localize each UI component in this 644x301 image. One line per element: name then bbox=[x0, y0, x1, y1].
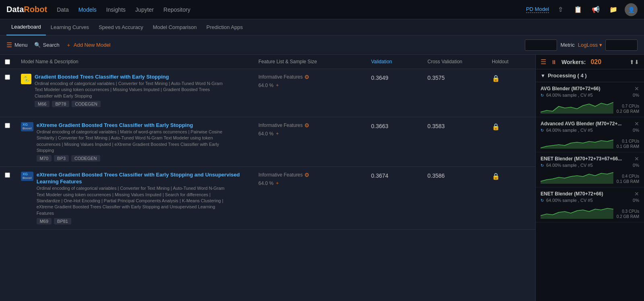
worker-card-4: ENET Blender (M70+72+66) ✕ ↻ 64.00% samp… bbox=[536, 187, 644, 222]
processing-header[interactable]: ▼ Processing ( 4 ) bbox=[536, 69, 644, 82]
row-checkbox-2[interactable] bbox=[0, 122, 16, 128]
worker-stats-3: 0.4 CPUs 0.1 GB RAM bbox=[617, 174, 639, 184]
svg-marker-3 bbox=[541, 208, 613, 219]
validation-score-2: 0.3663 bbox=[366, 122, 423, 129]
metric-filter-box[interactable] bbox=[605, 39, 638, 51]
lock-icon-3: 🔒 bbox=[492, 172, 500, 180]
model-desc-2: Ordinal encoding of categorical variable… bbox=[37, 129, 230, 154]
nav-jupyter[interactable]: Jupyter bbox=[135, 6, 154, 13]
worker-meta-1: ↻ 64.00% sample , CV #5 0% bbox=[541, 93, 639, 98]
validation-score-1: 0.3649 bbox=[366, 74, 423, 81]
nav-right: PD Model ⇧ 📋 📢 📁 👤 bbox=[526, 3, 638, 16]
filter-icon-3[interactable]: ⚙ bbox=[304, 172, 310, 178]
workers-count: 020 bbox=[590, 58, 601, 66]
pd-model-button[interactable]: PD Model bbox=[526, 6, 549, 13]
worker-meta-4: ↻ 64.00% sample , CV #5 0% bbox=[541, 198, 639, 203]
table-row[interactable]: XG Boost eXtreme Gradient Boosted Trees … bbox=[0, 117, 535, 167]
subnav-leaderboard[interactable]: Leaderboard bbox=[6, 19, 46, 35]
worker-close-1[interactable]: ✕ bbox=[634, 85, 639, 92]
worker-card-3: ENET Blender (M70+72+73+67+66... ✕ ↻ 64.… bbox=[536, 152, 644, 187]
metric-value[interactable]: LogLoss ▾ bbox=[578, 42, 602, 48]
th-checkbox bbox=[0, 59, 16, 64]
share-icon-button[interactable]: ⇧ bbox=[554, 3, 567, 16]
hamburger-icon[interactable]: ☰ bbox=[541, 58, 546, 66]
worker-chart-area-2: 0.1 CPUs 0.1 GB RAM bbox=[541, 134, 639, 149]
table-row[interactable]: XG Boost eXtreme Gradient Boosted Trees … bbox=[0, 167, 535, 230]
tag-bp3: BP3 bbox=[54, 155, 69, 162]
filter-icon-2[interactable]: ⚙ bbox=[304, 122, 310, 129]
folder-icon-button[interactable]: 📁 bbox=[607, 3, 620, 16]
nav-models[interactable]: Models bbox=[78, 6, 97, 13]
search-button[interactable]: 🔍 Search bbox=[34, 42, 60, 48]
model-name-1[interactable]: Gradient Boosted Trees Classifier with E… bbox=[35, 74, 228, 81]
feature-pct-2: 64.0 % ＋ bbox=[258, 130, 280, 137]
mini-chart-4 bbox=[541, 204, 613, 219]
model-checkbox-3[interactable] bbox=[5, 172, 10, 178]
tag-m66: M66 bbox=[35, 101, 50, 107]
subnav-model-comparison[interactable]: Model Comparison bbox=[148, 19, 202, 35]
add-model-button[interactable]: ＋ Add New Model bbox=[66, 42, 111, 49]
worker-close-2[interactable]: ✕ bbox=[634, 120, 639, 127]
main-layout: Model Name & Description Feature List & … bbox=[0, 55, 644, 301]
worker-sample-2: 64.00% sample , CV #5 bbox=[546, 128, 593, 133]
worker-close-3[interactable]: ✕ bbox=[634, 156, 639, 162]
worker-stats-2: 0.1 CPUs 0.1 GB RAM bbox=[617, 139, 639, 149]
menu-icon: ☰ bbox=[6, 41, 12, 49]
select-all-checkbox[interactable] bbox=[5, 59, 10, 64]
worker-sync-icon-2: ↻ bbox=[541, 128, 544, 133]
worker-pct-1: 0% bbox=[633, 93, 639, 98]
gbt-icon-1: 🐍 bbox=[21, 74, 31, 84]
worker-ram-4: 0.2 GB RAM bbox=[617, 214, 639, 219]
model-checkbox-1[interactable] bbox=[5, 75, 10, 80]
nav-insights[interactable]: Insights bbox=[106, 6, 126, 13]
metric-input-box[interactable] bbox=[525, 39, 557, 51]
worker-close-4[interactable]: ✕ bbox=[634, 191, 639, 197]
row-checkbox-1[interactable] bbox=[0, 74, 16, 80]
tag-m70: M70 bbox=[37, 155, 52, 162]
worker-sync-icon-1: ↻ bbox=[541, 93, 544, 98]
nav-repository[interactable]: Repository bbox=[163, 6, 190, 13]
worker-sync-icon-4: ↻ bbox=[541, 198, 544, 203]
holdout-lock-2[interactable]: 🔒 bbox=[487, 122, 535, 131]
add-model-label: Add New Model bbox=[74, 42, 111, 48]
tag-bp78: BP78 bbox=[52, 101, 69, 107]
worker-card-header-4: ENET Blender (M70+72+66) ✕ bbox=[541, 191, 639, 197]
model-checkbox-2[interactable] bbox=[5, 123, 10, 128]
holdout-lock-1[interactable]: 🔒 bbox=[487, 74, 535, 82]
pause-icon[interactable]: ⏸ bbox=[551, 59, 557, 65]
chevron-down-icon: ▾ bbox=[599, 42, 602, 48]
add-sample-icon-2[interactable]: ＋ bbox=[275, 130, 280, 137]
avatar-button[interactable]: 👤 bbox=[625, 3, 638, 16]
feature-name-2: Informative Features ⚙ bbox=[258, 122, 310, 129]
worker-name-3: ENET Blender (M70+72+73+67+66... bbox=[541, 156, 634, 162]
model-name-3[interactable]: eXtreme Gradient Boosted Trees Classifie… bbox=[37, 172, 249, 185]
megaphone-icon-button[interactable]: 📢 bbox=[589, 3, 602, 16]
filter-icon-1[interactable]: ⚙ bbox=[304, 74, 310, 80]
processing-label: Processing ( 4 ) bbox=[548, 73, 587, 79]
mini-chart-3 bbox=[541, 169, 613, 184]
toolbar: ☰ Menu 🔍 Search ＋ Add New Model Metric L… bbox=[0, 35, 644, 55]
subnav-prediction-apps[interactable]: Prediction Apps bbox=[202, 19, 248, 35]
subnav-speed-vs-accuracy[interactable]: Speed vs Accuracy bbox=[94, 19, 148, 35]
model-desc-3: Ordinal encoding of categorical variable… bbox=[37, 185, 230, 216]
tag-codegen-2: CODEGEN bbox=[71, 155, 100, 162]
feature-cell-3: Informative Features ⚙ 64.0 % ＋ bbox=[254, 172, 366, 187]
subnav-learning-curves[interactable]: Learning Curves bbox=[46, 19, 94, 35]
worker-stats-1: 0.7 CPUs 0.2 GB RAM bbox=[617, 104, 639, 114]
clipboard-icon-button[interactable]: 📋 bbox=[572, 3, 584, 16]
worker-name-1: AVG Blender (M70+72+66) bbox=[541, 86, 634, 91]
model-name-2[interactable]: eXtreme Gradient Boosted Trees Classifie… bbox=[37, 122, 230, 129]
th-cross-validation: Cross Validation bbox=[423, 59, 487, 64]
menu-button[interactable]: ☰ Menu bbox=[6, 41, 28, 49]
spinner-icon[interactable]: ⬆⬇ bbox=[630, 59, 639, 65]
nav-data[interactable]: Data bbox=[57, 6, 69, 13]
holdout-lock-3[interactable]: 🔒 bbox=[487, 172, 535, 180]
worker-name-4: ENET Blender (M70+72+66) bbox=[541, 191, 634, 197]
mini-chart-1 bbox=[541, 99, 613, 114]
workers-label: Workers: bbox=[561, 59, 586, 65]
table-area[interactable]: Model Name & Description Feature List & … bbox=[0, 55, 535, 301]
add-sample-icon-1[interactable]: ＋ bbox=[275, 82, 280, 89]
row-checkbox-3[interactable] bbox=[0, 172, 16, 178]
table-row[interactable]: 🐍 Gradient Boosted Trees Classifier with… bbox=[0, 69, 535, 117]
add-sample-icon-3[interactable]: ＋ bbox=[275, 180, 280, 187]
